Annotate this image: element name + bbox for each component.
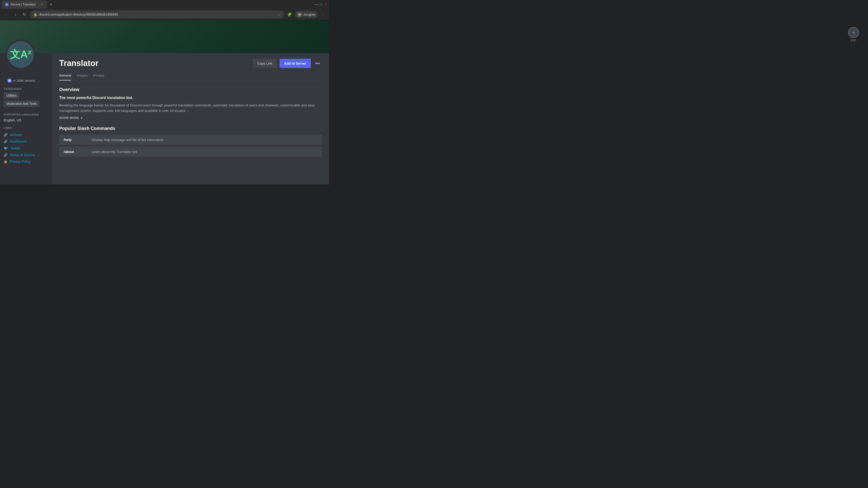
back-button[interactable]: ‹ — [3, 11, 10, 18]
supported-languages-section: SUPPORTED LANGUAGES English, US — [4, 113, 49, 122]
incognito-label: Incognito — [304, 13, 315, 16]
content-wrapper: 文A² in 243K servers CATEGORIES Utilities — [0, 53, 329, 184]
extensions-button[interactable]: 🧩 — [286, 11, 293, 18]
tab-bar: D Discord | Translator × + — □ × — [0, 0, 329, 9]
right-content: Translator Copy Link Add to Server ••• G… — [52, 53, 329, 184]
overview-title: Overview — [59, 87, 322, 92]
address-bar-row: ‹ › ↻ 🔒 discord.com/application-director… — [0, 9, 329, 20]
categories-label: CATEGORIES — [4, 88, 49, 90]
overview-tagline: The most powerful Discord translation bo… — [59, 96, 322, 100]
links-label: LINKS — [4, 127, 49, 129]
close-window-button[interactable]: × — [324, 3, 327, 6]
minimize-button[interactable]: — — [315, 3, 318, 6]
browser-actions: 🧩 🕵 Incognito ⋮ — [286, 11, 327, 18]
tabs: General Images Privacy — [59, 73, 322, 80]
link-dashboard-label: Dashboard — [10, 139, 26, 143]
bot-name: Translator — [59, 59, 98, 68]
add-to-server-button[interactable]: Add to Server — [280, 59, 311, 68]
show-more-label: SHOW MORE — [59, 116, 79, 120]
command-row-help: /help Display help message and list of b… — [59, 135, 322, 145]
link-twitter-label: Twitter — [10, 146, 20, 150]
link-dashboard[interactable]: 🔗 Dashboard — [4, 138, 49, 144]
address-bar[interactable]: 🔒 discord.com/application-directory/3600… — [30, 10, 284, 19]
link-website-icon: 🔗 — [4, 133, 7, 137]
command-row-about: /about Learn about the Translator bot — [59, 147, 322, 157]
links-section: LINKS 🔗 Website 🔗 Dashboard 🐦 Twitter — [4, 127, 49, 165]
category-utilities[interactable]: Utilities — [4, 92, 19, 99]
categories-section: CATEGORIES Utilities Moderation And Tool… — [4, 88, 49, 109]
link-privacy-icon: 🔒 — [4, 160, 7, 163]
twitter-icon: 🐦 — [4, 146, 8, 150]
avatar-section: 文A² — [4, 57, 49, 75]
tab-privacy[interactable]: Privacy — [93, 73, 104, 80]
show-more-button[interactable]: SHOW MORE ∨ — [59, 116, 322, 120]
bookmark-star-icon[interactable]: ☆ — [277, 12, 281, 17]
server-count-icon — [7, 78, 12, 83]
browser-menu-button[interactable]: ⋮ — [319, 11, 327, 18]
category-moderation[interactable]: Moderation And Tools — [4, 101, 39, 107]
tab-close-button[interactable]: × — [40, 2, 44, 6]
tab-favicon: D — [5, 3, 8, 6]
more-options-button[interactable]: ••• — [313, 59, 322, 68]
server-count-section: in 243K servers — [4, 76, 49, 83]
supported-languages-label: SUPPORTED LANGUAGES — [4, 113, 49, 116]
link-website-label: Website — [10, 133, 22, 137]
banner — [0, 20, 329, 53]
overview-description: Breaking the language barrier for thousa… — [59, 103, 322, 113]
command-desc-help: Display help message and list of bot com… — [92, 138, 164, 142]
link-tos-label: Terms of Service — [10, 153, 35, 157]
chevron-down-icon: ∨ — [81, 116, 83, 120]
command-name-about: /about — [64, 150, 86, 154]
security-lock-icon: 🔒 — [33, 13, 37, 16]
left-sidebar: 文A² in 243K servers CATEGORIES Utilities — [0, 53, 52, 184]
link-privacy-label: Privacy Policy — [10, 160, 31, 163]
page-header: Translator Copy Link Add to Server ••• — [59, 59, 322, 68]
incognito-button[interactable]: 🕵 Incognito — [294, 11, 318, 18]
browser-tab-active[interactable]: D Discord | Translator × — [2, 0, 47, 8]
forward-button[interactable]: › — [12, 11, 19, 18]
link-twitter[interactable]: 🐦 Twitter — [4, 144, 49, 152]
link-tos[interactable]: 🔗 Terms of Service — [4, 152, 49, 158]
link-tos-icon: 🔗 — [4, 153, 7, 157]
command-name-help: /help — [64, 138, 86, 142]
link-dashboard-icon: 🔗 — [4, 140, 7, 143]
browser-chrome: D Discord | Translator × + — □ × ‹ › ↻ 🔒… — [0, 0, 329, 20]
window-controls: — □ × — [315, 3, 327, 6]
tab-images[interactable]: Images — [76, 73, 88, 80]
bot-avatar: 文A² — [6, 40, 35, 69]
link-privacy[interactable]: 🔒 Privacy Policy — [4, 158, 49, 165]
server-count-text: in 243K servers — [13, 79, 35, 83]
maximize-button[interactable]: □ — [319, 3, 323, 6]
link-website[interactable]: 🔗 Website — [4, 131, 49, 138]
refresh-button[interactable]: ↻ — [21, 11, 28, 18]
app-content: 文A² in 243K servers CATEGORIES Utilities — [0, 20, 329, 184]
avatar-symbol: 文A² — [10, 47, 31, 61]
tab-general[interactable]: General — [59, 73, 71, 80]
tab-title: Discord | Translator — [10, 3, 38, 6]
supported-languages-value: English, US — [4, 118, 49, 122]
new-tab-button[interactable]: + — [48, 1, 54, 8]
incognito-icon: 🕵 — [297, 12, 302, 17]
header-actions: Copy Link Add to Server ••• — [253, 59, 322, 68]
command-desc-about: Learn about the Translator bot — [92, 150, 137, 154]
slash-commands-title: Popular Slash Commands — [59, 126, 322, 131]
url-text: discord.com/application-directory/360081… — [39, 13, 276, 16]
slash-commands-section: Popular Slash Commands /help Display hel… — [59, 126, 322, 157]
copy-link-button[interactable]: Copy Link — [253, 59, 277, 68]
